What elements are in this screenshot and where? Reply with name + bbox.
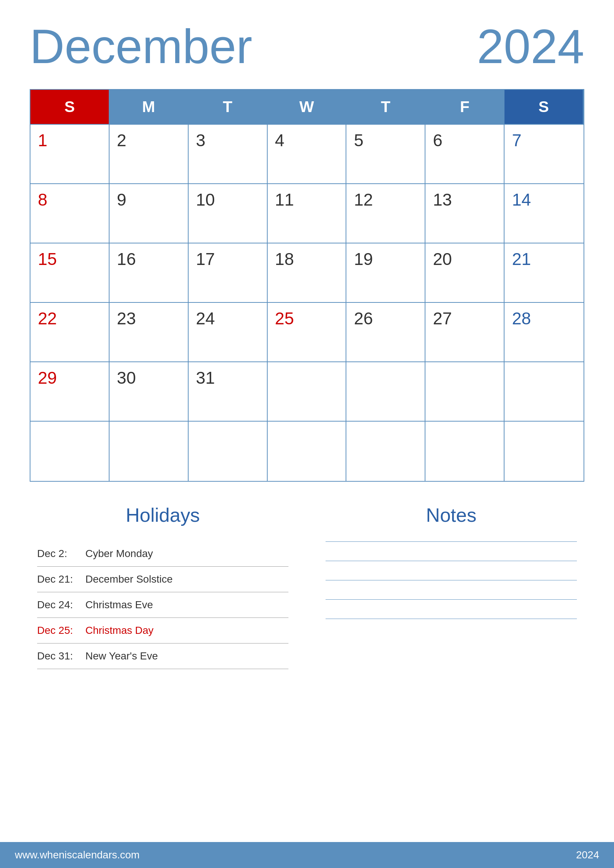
- holiday-name: New Year's Eve: [85, 650, 158, 662]
- cal-cell: 8: [31, 184, 110, 243]
- note-line: [326, 541, 577, 542]
- day-number: 8: [38, 190, 101, 210]
- day-number: 9: [117, 190, 180, 210]
- day-number: 11: [275, 190, 338, 210]
- day-header-f: F: [425, 90, 504, 125]
- holiday-name: Christmas Day: [85, 625, 154, 636]
- year-title: 2024: [477, 22, 584, 71]
- day-header-t: T: [189, 90, 268, 125]
- cal-cell: 22: [31, 303, 110, 362]
- cal-cell: 12: [346, 184, 425, 243]
- bottom-section: Holidays Dec 2:Cyber MondayDec 21:Decemb…: [30, 504, 584, 820]
- day-header-s: S: [504, 90, 583, 125]
- cal-cell: 7: [504, 125, 583, 184]
- cal-cell: 23: [110, 303, 189, 362]
- day-number: 24: [196, 308, 259, 329]
- day-header-m: M: [110, 90, 189, 125]
- month-title: December: [30, 22, 253, 71]
- cal-cell: 9: [110, 184, 189, 243]
- cal-cell: 28: [504, 303, 583, 362]
- day-number: 29: [38, 368, 101, 388]
- cal-cell: [189, 422, 268, 481]
- cal-cell: [346, 422, 425, 481]
- day-number: 28: [512, 308, 576, 329]
- cal-cell: 6: [425, 125, 504, 184]
- day-number: 13: [433, 190, 496, 210]
- day-number: 30: [117, 368, 180, 388]
- day-number: 5: [354, 130, 417, 150]
- cal-cell: 31: [189, 362, 268, 422]
- day-header-t: T: [346, 90, 425, 125]
- cal-cell: [504, 422, 583, 481]
- holiday-item: Dec 24:Christmas Eve: [37, 592, 288, 618]
- cal-cell: 13: [425, 184, 504, 243]
- day-number: 3: [196, 130, 259, 150]
- day-number: 25: [275, 308, 338, 329]
- footer-year: 2024: [576, 849, 599, 861]
- day-number: 14: [512, 190, 576, 210]
- note-line: [326, 599, 577, 600]
- calendar-grid: SMTWTFS123456789101112131415161718192021…: [31, 90, 583, 481]
- page: December 2024 SMTWTFS1234567891011121314…: [0, 0, 614, 868]
- cal-cell: 20: [425, 243, 504, 303]
- cal-cell: 29: [31, 362, 110, 422]
- day-number: 17: [196, 249, 259, 269]
- day-number: 2: [117, 130, 180, 150]
- cal-cell: [425, 422, 504, 481]
- day-number: 21: [512, 249, 576, 269]
- holidays-title: Holidays: [37, 504, 288, 526]
- day-header-s: S: [31, 90, 110, 125]
- cal-cell: 2: [110, 125, 189, 184]
- day-number: 20: [433, 249, 496, 269]
- notes-section: Notes: [318, 504, 584, 820]
- holiday-date: Dec 31:: [37, 650, 74, 662]
- holiday-name: Cyber Monday: [85, 548, 153, 560]
- calendar-container: SMTWTFS123456789101112131415161718192021…: [30, 89, 584, 482]
- day-number: 7: [512, 130, 576, 150]
- day-number: 4: [275, 130, 338, 150]
- holiday-item: Dec 31:New Year's Eve: [37, 643, 288, 669]
- day-number: 12: [354, 190, 417, 210]
- day-number: 22: [38, 308, 101, 329]
- cal-cell: [268, 362, 347, 422]
- cal-cell: 5: [346, 125, 425, 184]
- holiday-date: Dec 2:: [37, 548, 74, 560]
- day-number: 31: [196, 368, 259, 388]
- cal-cell: [268, 422, 347, 481]
- holidays-list: Dec 2:Cyber MondayDec 21:December Solsti…: [37, 541, 288, 669]
- cal-cell: 15: [31, 243, 110, 303]
- holiday-name: Christmas Eve: [85, 599, 153, 611]
- holiday-name: December Solstice: [85, 574, 173, 585]
- holiday-date: Dec 24:: [37, 599, 74, 611]
- holiday-item: Dec 21:December Solstice: [37, 567, 288, 592]
- cal-cell: 30: [110, 362, 189, 422]
- cal-cell: [504, 362, 583, 422]
- header: December 2024: [30, 22, 584, 71]
- day-number: 10: [196, 190, 259, 210]
- footer: www.wheniscalendars.com 2024: [0, 842, 614, 868]
- day-number: 18: [275, 249, 338, 269]
- cal-cell: 19: [346, 243, 425, 303]
- holidays-section: Holidays Dec 2:Cyber MondayDec 21:Decemb…: [30, 504, 296, 820]
- cal-cell: [346, 362, 425, 422]
- cal-cell: 17: [189, 243, 268, 303]
- cal-cell: 25: [268, 303, 347, 362]
- day-number: 6: [433, 130, 496, 150]
- day-number: 16: [117, 249, 180, 269]
- note-line: [326, 618, 577, 619]
- notes-title: Notes: [326, 504, 577, 526]
- cal-cell: 21: [504, 243, 583, 303]
- day-number: 19: [354, 249, 417, 269]
- cal-cell: 14: [504, 184, 583, 243]
- cal-cell: [425, 362, 504, 422]
- cal-cell: 3: [189, 125, 268, 184]
- cal-cell: [110, 422, 189, 481]
- holiday-item: Dec 2:Cyber Monday: [37, 541, 288, 567]
- day-header-w: W: [268, 90, 347, 125]
- cal-cell: 10: [189, 184, 268, 243]
- cal-cell: 18: [268, 243, 347, 303]
- note-line: [326, 560, 577, 561]
- cal-cell: 27: [425, 303, 504, 362]
- holiday-date: Dec 21:: [37, 574, 74, 585]
- cal-cell: [31, 422, 110, 481]
